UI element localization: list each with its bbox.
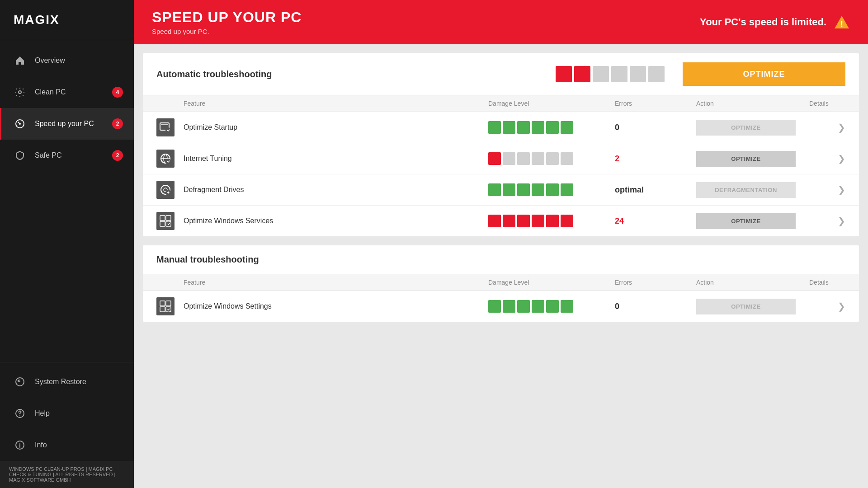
table-row: Internet Tuning2OPTIMIZE❯ [143, 143, 859, 174]
svg-rect-19 [166, 216, 171, 221]
auto-card-title: Automatic troubleshooting [156, 69, 272, 80]
optimize-windows-settings-details-arrow[interactable]: ❯ [809, 301, 845, 312]
internet-tuning-name: Internet Tuning [184, 155, 488, 163]
svg-point-0 [19, 91, 21, 94]
defragment-drives-name: Defragment Drives [184, 186, 488, 194]
optimize-windows-services-action-btn[interactable]: OPTIMIZE [696, 213, 796, 229]
optimize-windows-settings-name: Optimize Windows Settings [184, 302, 488, 310]
optimize-startup-icon [156, 118, 175, 136]
internet-tuning-icon [156, 150, 175, 168]
table-row: Optimize Windows Settings0OPTIMIZE❯ [143, 291, 859, 322]
col-errors: Errors [615, 100, 696, 107]
auto-table-rows: Optimize Startup0OPTIMIZE❯Internet Tunin… [143, 112, 859, 236]
page-subtitle: Speed up your PC. [152, 28, 302, 35]
page-title: SPEED UP YOUR PC [152, 9, 302, 26]
optimize-startup-action-btn: OPTIMIZE [696, 120, 796, 136]
svg-point-14 [165, 159, 171, 164]
optimize-windows-settings-errors: 0 [615, 302, 696, 311]
manual-card-header: Manual troubleshooting [143, 245, 859, 274]
sidebar-item-clean-pc[interactable]: Clean PC 4 [0, 76, 134, 108]
logo: MAGIX [0, 0, 134, 40]
defragment-drives-details-arrow[interactable]: ❯ [809, 184, 845, 195]
sidebar-item-speed-up[interactable]: Speed up your PC 2 [0, 108, 134, 140]
logo-text: MAGIX [14, 13, 60, 27]
sidebar-item-info[interactable]: Info [0, 429, 134, 461]
safe-pc-badge: 2 [112, 150, 123, 161]
header-right: Your PC's speed is limited. ! [700, 15, 850, 29]
optimize-windows-services-errors: 24 [615, 216, 696, 226]
internet-tuning-action-btn[interactable]: OPTIMIZE [696, 151, 796, 167]
sidebar-item-safe-pc[interactable]: Safe PC 2 [0, 140, 134, 171]
table-row: Optimize Windows Services24OPTIMIZE❯ [143, 206, 859, 236]
header-damage-bars [556, 66, 665, 82]
content-area: Automatic troubleshooting OPTIMIZE Featu… [134, 44, 868, 488]
sidebar-item-label: System Restore [35, 377, 123, 386]
internet-tuning-damage-bars [488, 152, 615, 165]
defragment-drives-icon [156, 181, 175, 199]
svg-point-11 [165, 127, 171, 133]
mcol-damage: Damage Level [488, 279, 615, 286]
help-icon [12, 406, 28, 421]
manual-table-rows: Optimize Windows Settings0OPTIMIZE❯ [143, 291, 859, 322]
sidebar-item-overview[interactable]: Overview [0, 45, 134, 76]
table-row: Defragment DrivesoptimalDEFRAGMENTATION❯ [143, 174, 859, 206]
manual-table-header: Feature Damage Level Errors Action Detai… [143, 274, 859, 291]
optimize-windows-settings-damage-bars [488, 300, 615, 313]
col-action: Action [696, 100, 809, 107]
optimize-startup-details-arrow[interactable]: ❯ [809, 122, 845, 133]
optimize-windows-services-name: Optimize Windows Services [184, 217, 488, 225]
warning-triangle: ! [834, 15, 850, 29]
svg-text:!: ! [840, 19, 843, 28]
main-optimize-button[interactable]: OPTIMIZE [683, 62, 845, 86]
optimize-windows-services-details-arrow[interactable]: ❯ [809, 216, 845, 226]
col-damage: Damage Level [488, 100, 615, 107]
svg-point-5 [19, 415, 20, 416]
table-row: Optimize Startup0OPTIMIZE❯ [143, 112, 859, 143]
sidebar-item-label: Speed up your PC [35, 119, 112, 128]
optimize-startup-name: Optimize Startup [184, 123, 488, 131]
auto-troubleshooting-card: Automatic troubleshooting OPTIMIZE Featu… [143, 53, 859, 236]
sidebar-divider [0, 362, 134, 362]
mcol-action: Action [696, 279, 809, 286]
manual-troubleshooting-card: Manual troubleshooting Feature Damage Le… [143, 245, 859, 322]
defragment-drives-action-btn: DEFRAGMENTATION [696, 182, 796, 198]
optimize-windows-services-icon [156, 212, 175, 230]
sidebar-item-help[interactable]: Help [0, 398, 134, 429]
sidebar-item-label: Help [35, 409, 123, 418]
svg-rect-25 [160, 307, 165, 312]
svg-rect-20 [160, 221, 165, 226]
page-header: SPEED UP YOUR PC Speed up your PC. Your … [134, 0, 868, 44]
sidebar-item-label: Clean PC [35, 88, 112, 96]
speedometer-icon [12, 116, 28, 131]
bottom-bar-text: WINDOWS PC CLEAN-UP PROS | MAGIX PC CHEC… [9, 466, 125, 483]
defragment-drives-damage-bars [488, 183, 615, 196]
alert-text: Your PC's speed is limited. [700, 16, 826, 28]
header-left: SPEED UP YOUR PC Speed up your PC. [152, 9, 302, 35]
optimize-startup-errors: 0 [615, 123, 696, 132]
svg-point-2 [19, 123, 21, 125]
svg-point-22 [166, 222, 171, 226]
defragment-drives-errors: optimal [615, 185, 696, 195]
clean-pc-badge: 4 [112, 87, 123, 98]
optimize-windows-settings-action-btn: OPTIMIZE [696, 299, 796, 314]
internet-tuning-errors: 2 [615, 154, 696, 164]
restore-icon [12, 374, 28, 389]
svg-point-27 [166, 307, 171, 312]
col-details: Details [809, 100, 845, 107]
internet-tuning-details-arrow[interactable]: ❯ [809, 153, 845, 164]
sidebar-nav: Overview Clean PC 4 Speed up your [0, 40, 134, 488]
col-feature: Feature [184, 100, 488, 107]
sidebar-item-label: Info [35, 441, 123, 449]
gear-icon [12, 84, 28, 100]
speed-up-badge: 2 [112, 118, 123, 129]
sidebar-item-label: Overview [35, 56, 123, 65]
svg-rect-23 [160, 301, 165, 306]
auto-card-header: Automatic troubleshooting OPTIMIZE [143, 53, 859, 95]
sidebar-item-system-restore[interactable]: System Restore [0, 366, 134, 398]
optimize-windows-settings-icon [156, 297, 175, 315]
optimize-windows-services-damage-bars [488, 215, 615, 227]
info-icon [12, 437, 28, 453]
svg-rect-18 [160, 216, 165, 221]
svg-point-7 [19, 443, 20, 444]
sidebar: MAGIX Overview Clean PC 4 [0, 0, 134, 488]
